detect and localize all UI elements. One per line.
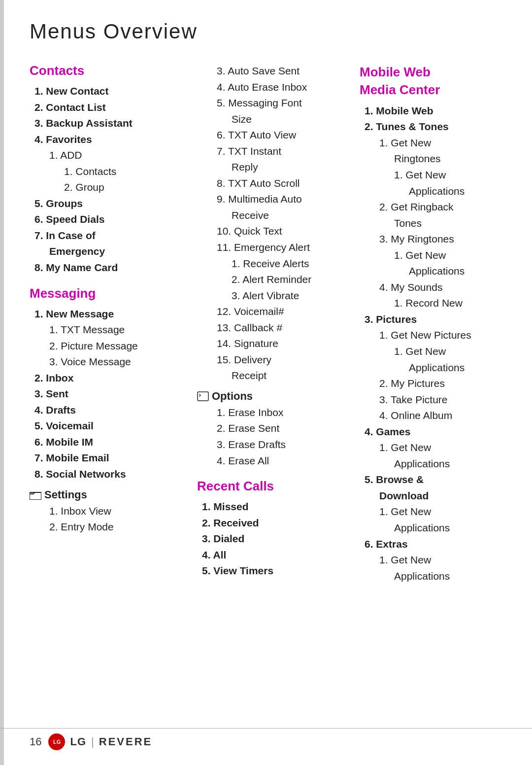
list-item: 1. Get New Pictures xyxy=(379,327,502,344)
media-center-heading: Media Center xyxy=(360,82,440,97)
list-item: 3. Take Picture xyxy=(379,392,502,408)
list-item: 3. Erase Drafts xyxy=(217,437,355,453)
options-icon xyxy=(197,391,209,401)
list-item: 1. Get New xyxy=(379,135,502,151)
list-item: 1. Missed xyxy=(202,499,355,515)
contacts-list: 1. New Contact 2. Contact List 3. Backup… xyxy=(30,83,187,276)
list-item: 7. In Case of xyxy=(34,228,187,244)
list-item: Tones xyxy=(394,215,502,232)
list-item: 13. Callback # xyxy=(217,320,355,336)
list-item: 3. Pictures xyxy=(365,312,502,328)
bottom-bar: 16 LG LG | REVERE xyxy=(0,728,532,750)
list-item: 2. Alert Reminder xyxy=(232,272,355,288)
list-item: 9. Multimedia Auto xyxy=(217,191,355,208)
recent-calls-heading: Recent Calls xyxy=(197,479,355,494)
list-item: 1. Receive Alerts xyxy=(232,256,355,272)
list-item: 4. My Sounds xyxy=(379,279,502,296)
list-item: 4. Erase All xyxy=(217,453,355,469)
list-item: 2. Contact List xyxy=(34,100,187,116)
contacts-heading: Contacts xyxy=(30,63,187,78)
list-item: 4. Auto Erase Inbox xyxy=(217,79,355,96)
brand-divider: | xyxy=(91,735,94,748)
list-item: 5. View Timers xyxy=(202,563,355,579)
list-item: 8. Social Networks xyxy=(34,466,187,483)
content-columns: Contacts 1. New Contact 2. Contact List … xyxy=(30,63,502,589)
list-item: 1. Get New xyxy=(394,344,502,360)
options-heading: Options xyxy=(212,390,253,403)
list-item: Applications xyxy=(409,360,502,376)
list-item: Applications xyxy=(394,520,502,536)
list-item: 1. New Contact xyxy=(34,83,187,100)
list-item: 8. TXT Auto Scroll xyxy=(217,175,355,192)
list-item: 3. Auto Save Sent xyxy=(217,63,355,79)
list-item: 4. Favorites xyxy=(34,132,187,148)
recent-calls-list: 1. Missed 2. Received 3. Dialed 4. All 5… xyxy=(197,499,355,579)
list-item: 4. All xyxy=(202,547,355,563)
bottom-logo: LG LG | REVERE xyxy=(48,733,152,750)
list-item: Emergency xyxy=(49,243,187,260)
list-item: 5. Browse & xyxy=(365,472,502,488)
revere-brand-text: REVERE xyxy=(99,735,152,748)
settings-list: 1. Inbox View 2. Entry Mode xyxy=(30,503,187,535)
list-item: 2. My Pictures xyxy=(379,376,502,392)
list-item: 12. Voicemail# xyxy=(217,304,355,320)
list-item: 14. Signature xyxy=(217,336,355,352)
list-item: 6. Mobile IM xyxy=(34,434,187,451)
list-item: 5. Voicemail xyxy=(34,418,187,434)
middle-column: 3. Auto Save Sent 4. Auto Erase Inbox 5.… xyxy=(187,63,355,584)
list-item: 2. Group xyxy=(64,179,187,196)
list-item: 2. Inbox xyxy=(34,370,187,386)
list-item: 11. Emergency Alert xyxy=(217,240,355,256)
list-item: 2. Erase Sent xyxy=(217,420,355,437)
left-column: Contacts 1. New Contact 2. Contact List … xyxy=(30,63,187,540)
list-item: 1. Get New xyxy=(379,552,502,568)
settings-heading: Settings xyxy=(44,488,87,501)
options-section-header: Options xyxy=(197,390,355,403)
left-border-decoration xyxy=(0,0,4,765)
list-item: Size xyxy=(232,111,355,128)
list-item: 1. Mobile Web xyxy=(365,103,502,119)
list-item: 1. Get New xyxy=(379,440,502,456)
list-item: 7. TXT Instant xyxy=(217,143,355,160)
lg-logo-icon: LG xyxy=(51,736,63,748)
page-number: 16 xyxy=(30,735,41,748)
list-item: 6. Extras xyxy=(365,536,502,553)
settings-section-header: Settings xyxy=(30,488,187,501)
list-item: 3. Backup Assistant xyxy=(34,115,187,132)
lg-brand-text: LG xyxy=(70,735,86,748)
list-item: 1. ADD xyxy=(49,147,187,164)
list-item: 7. Mobile Email xyxy=(34,450,187,466)
list-item: 2. Entry Mode xyxy=(49,519,187,535)
list-item: 2. Tunes & Tones xyxy=(365,119,502,135)
list-item: 5. Groups xyxy=(34,196,187,212)
list-item: 4. Drafts xyxy=(34,402,187,418)
list-item: 1. Erase Inbox xyxy=(217,405,355,421)
list-item: Applications xyxy=(394,568,502,585)
messaging-heading: Messaging xyxy=(30,286,187,301)
settings-icon xyxy=(30,490,41,500)
list-item: 1. Get New xyxy=(379,504,502,520)
list-item: Download xyxy=(379,488,502,504)
mobile-web-media-center-heading: Mobile Web Media Center xyxy=(360,63,502,99)
messaging-settings-list: 3. Auto Save Sent 4. Auto Erase Inbox 5.… xyxy=(197,63,355,384)
list-item: 3. Voice Message xyxy=(49,354,187,370)
list-item: 2. Get Ringback xyxy=(379,199,502,215)
list-item: 1. Contacts xyxy=(64,164,187,180)
messaging-list: 1. New Message 1. TXT Message 2. Picture… xyxy=(30,306,187,483)
list-item: Applications xyxy=(394,456,502,472)
svg-text:LG: LG xyxy=(53,739,61,745)
lg-logo-circle: LG xyxy=(48,733,65,750)
list-item: 6. TXT Auto View xyxy=(217,127,355,143)
list-item: 1. New Message xyxy=(34,306,187,322)
list-item: Applications xyxy=(409,263,502,279)
list-item: 15. Delivery xyxy=(217,352,355,368)
page-container: Menus Overview Contacts 1. New Contact 2… xyxy=(0,0,532,765)
list-item: 3. Sent xyxy=(34,386,187,402)
list-item: 3. Dialed xyxy=(202,531,355,547)
list-item: 2. Picture Message xyxy=(49,338,187,354)
list-item: 1. Inbox View xyxy=(49,503,187,520)
list-item: 4. Online Album xyxy=(379,408,502,424)
list-item: Ringtones xyxy=(394,151,502,167)
list-item: Receipt xyxy=(232,368,355,384)
list-item: 3. My Ringtones xyxy=(379,231,502,247)
